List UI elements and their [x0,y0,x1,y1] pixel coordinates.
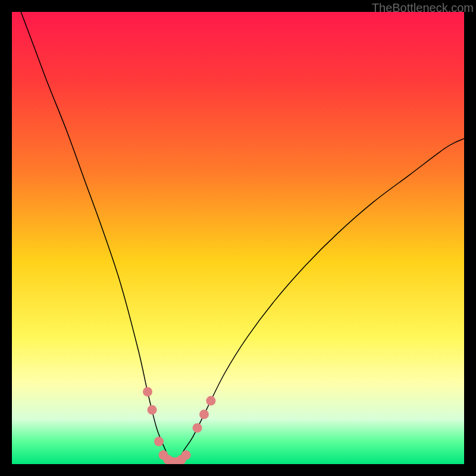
chart-frame [12,12,464,464]
highlight-point [148,405,157,415]
highlight-point [143,387,152,396]
highlight-point [193,423,202,433]
highlight-point [154,437,164,446]
highlight-point [181,450,191,460]
highlight-point [199,409,209,419]
gradient-background [12,12,464,464]
highlight-point [206,396,215,406]
bottleneck-chart [12,12,464,464]
watermark-text: TheBottleneck.com [372,1,474,15]
